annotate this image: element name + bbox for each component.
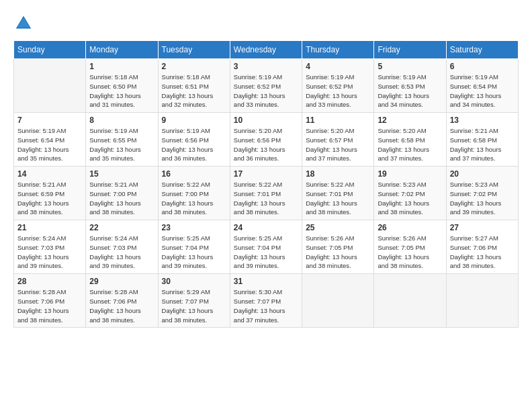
day-number: 24 [234,223,298,232]
day-number: 14 [17,169,82,179]
day-number: 28 [17,277,82,286]
day-info: Sunrise: 5:18 AM Sunset: 6:51 PM Dayligh… [162,73,226,109]
day-info: Sunrise: 5:22 AM Sunset: 7:00 PM Dayligh… [162,180,226,217]
logo-icon [13,13,34,34]
day-info: Sunrise: 5:24 AM Sunset: 7:03 PM Dayligh… [89,234,154,271]
day-number: 13 [450,116,515,125]
day-cell: 20Sunrise: 5:23 AM Sunset: 7:02 PM Dayli… [446,167,518,220]
day-info: Sunrise: 5:28 AM Sunset: 7:06 PM Dayligh… [17,287,82,324]
day-number: 17 [234,169,298,179]
day-info: Sunrise: 5:24 AM Sunset: 7:03 PM Dayligh… [17,234,82,271]
day-info: Sunrise: 5:19 AM Sunset: 6:54 PM Dayligh… [17,126,82,163]
week-row-1: 1Sunrise: 5:18 AM Sunset: 6:50 PM Daylig… [14,59,519,113]
day-number: 23 [162,223,226,232]
day-cell [446,274,518,328]
day-cell: 9Sunrise: 5:19 AM Sunset: 6:56 PM Daylig… [158,113,230,167]
calendar-header: SundayMondayTuesdayWednesdayThursdayFrid… [14,41,519,59]
day-cell: 10Sunrise: 5:20 AM Sunset: 6:56 PM Dayli… [230,113,302,167]
day-info: Sunrise: 5:19 AM Sunset: 6:52 PM Dayligh… [234,73,298,109]
day-cell: 28Sunrise: 5:28 AM Sunset: 7:06 PM Dayli… [14,274,86,328]
day-info: Sunrise: 5:26 AM Sunset: 7:05 PM Dayligh… [378,234,442,271]
day-number: 30 [162,277,226,286]
day-header-saturday: Saturday [446,41,518,59]
week-row-3: 14Sunrise: 5:21 AM Sunset: 6:59 PM Dayli… [14,167,519,220]
day-cell: 3Sunrise: 5:19 AM Sunset: 6:52 PM Daylig… [230,59,302,113]
day-cell: 22Sunrise: 5:24 AM Sunset: 7:03 PM Dayli… [86,220,158,274]
day-info: Sunrise: 5:19 AM Sunset: 6:53 PM Dayligh… [378,73,442,109]
day-cell: 25Sunrise: 5:26 AM Sunset: 7:05 PM Dayli… [302,220,374,274]
day-number: 29 [89,277,154,286]
day-info: Sunrise: 5:22 AM Sunset: 7:01 PM Dayligh… [306,180,370,217]
day-cell: 12Sunrise: 5:20 AM Sunset: 6:58 PM Dayli… [374,113,446,167]
day-number: 22 [89,223,154,232]
day-info: Sunrise: 5:18 AM Sunset: 6:50 PM Dayligh… [89,73,154,109]
day-number: 4 [306,62,370,71]
day-number: 26 [378,223,442,232]
day-info: Sunrise: 5:23 AM Sunset: 7:02 PM Dayligh… [378,180,442,217]
day-cell: 4Sunrise: 5:19 AM Sunset: 6:52 PM Daylig… [302,59,374,113]
day-info: Sunrise: 5:19 AM Sunset: 6:52 PM Dayligh… [306,73,370,109]
day-number: 6 [450,62,515,71]
day-info: Sunrise: 5:25 AM Sunset: 7:04 PM Dayligh… [234,234,298,271]
day-info: Sunrise: 5:29 AM Sunset: 7:07 PM Dayligh… [162,287,226,324]
day-cell: 19Sunrise: 5:23 AM Sunset: 7:02 PM Dayli… [374,167,446,220]
day-info: Sunrise: 5:27 AM Sunset: 7:06 PM Dayligh… [450,234,515,271]
day-number: 3 [234,62,298,71]
header-row: SundayMondayTuesdayWednesdayThursdayFrid… [14,41,519,59]
day-cell: 26Sunrise: 5:26 AM Sunset: 7:05 PM Dayli… [374,220,446,274]
day-info: Sunrise: 5:25 AM Sunset: 7:04 PM Dayligh… [162,234,226,271]
day-number: 11 [306,116,370,125]
day-number: 21 [17,223,82,232]
day-cell: 24Sunrise: 5:25 AM Sunset: 7:04 PM Dayli… [230,220,302,274]
day-cell: 14Sunrise: 5:21 AM Sunset: 6:59 PM Dayli… [14,167,86,220]
page-header [13,13,519,34]
day-info: Sunrise: 5:21 AM Sunset: 6:58 PM Dayligh… [450,126,515,163]
day-cell: 27Sunrise: 5:27 AM Sunset: 7:06 PM Dayli… [446,220,518,274]
day-cell [374,274,446,328]
day-cell: 31Sunrise: 5:30 AM Sunset: 7:07 PM Dayli… [230,274,302,328]
day-number: 5 [378,62,442,71]
day-cell: 18Sunrise: 5:22 AM Sunset: 7:01 PM Dayli… [302,167,374,220]
day-cell: 6Sunrise: 5:19 AM Sunset: 6:54 PM Daylig… [446,59,518,113]
day-number: 25 [306,223,370,232]
day-cell: 23Sunrise: 5:25 AM Sunset: 7:04 PM Dayli… [158,220,230,274]
day-cell: 1Sunrise: 5:18 AM Sunset: 6:50 PM Daylig… [86,59,158,113]
day-header-monday: Monday [86,41,158,59]
day-number: 10 [234,116,298,125]
day-cell: 16Sunrise: 5:22 AM Sunset: 7:00 PM Dayli… [158,167,230,220]
day-header-wednesday: Wednesday [230,41,302,59]
day-cell: 21Sunrise: 5:24 AM Sunset: 7:03 PM Dayli… [14,220,86,274]
day-number: 8 [89,116,154,125]
day-number: 18 [306,169,370,179]
day-cell: 13Sunrise: 5:21 AM Sunset: 6:58 PM Dayli… [446,113,518,167]
day-info: Sunrise: 5:21 AM Sunset: 6:59 PM Dayligh… [17,180,82,217]
day-number: 20 [450,169,515,179]
day-cell: 15Sunrise: 5:21 AM Sunset: 7:00 PM Dayli… [86,167,158,220]
day-header-friday: Friday [374,41,446,59]
day-info: Sunrise: 5:20 AM Sunset: 6:57 PM Dayligh… [306,126,370,163]
day-cell: 5Sunrise: 5:19 AM Sunset: 6:53 PM Daylig… [374,59,446,113]
week-row-5: 28Sunrise: 5:28 AM Sunset: 7:06 PM Dayli… [14,274,519,328]
day-header-tuesday: Tuesday [158,41,230,59]
day-cell: 8Sunrise: 5:19 AM Sunset: 6:55 PM Daylig… [86,113,158,167]
day-cell: 17Sunrise: 5:22 AM Sunset: 7:01 PM Dayli… [230,167,302,220]
day-info: Sunrise: 5:28 AM Sunset: 7:06 PM Dayligh… [89,287,154,324]
day-number: 9 [162,116,226,125]
day-cell [302,274,374,328]
day-cell [14,59,86,113]
day-header-sunday: Sunday [14,41,86,59]
day-number: 1 [89,62,154,71]
day-info: Sunrise: 5:19 AM Sunset: 6:54 PM Dayligh… [450,73,515,109]
day-info: Sunrise: 5:20 AM Sunset: 6:56 PM Dayligh… [234,126,298,163]
day-cell: 7Sunrise: 5:19 AM Sunset: 6:54 PM Daylig… [14,113,86,167]
day-cell: 2Sunrise: 5:18 AM Sunset: 6:51 PM Daylig… [158,59,230,113]
day-info: Sunrise: 5:21 AM Sunset: 7:00 PM Dayligh… [89,180,154,217]
day-number: 31 [234,277,298,286]
day-info: Sunrise: 5:30 AM Sunset: 7:07 PM Dayligh… [234,287,298,324]
day-info: Sunrise: 5:20 AM Sunset: 6:58 PM Dayligh… [378,126,442,163]
day-info: Sunrise: 5:19 AM Sunset: 6:56 PM Dayligh… [162,126,226,163]
svg-marker-1 [17,17,30,28]
day-number: 12 [378,116,442,125]
calendar-body: 1Sunrise: 5:18 AM Sunset: 6:50 PM Daylig… [14,59,519,328]
day-info: Sunrise: 5:23 AM Sunset: 7:02 PM Dayligh… [450,180,515,217]
